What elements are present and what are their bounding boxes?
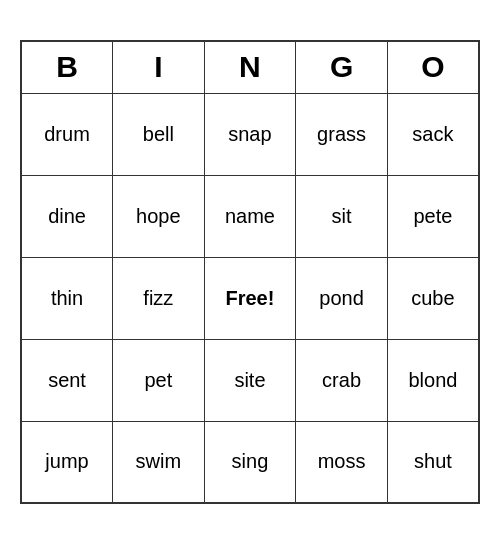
cell-0-1: bell xyxy=(113,93,205,175)
cell-3-3: crab xyxy=(296,339,388,421)
table-row: thinfizzFree!pondcube xyxy=(21,257,479,339)
cell-4-0: jump xyxy=(21,421,113,503)
cell-1-0: dine xyxy=(21,175,113,257)
cell-0-0: drum xyxy=(21,93,113,175)
header-row: BINGO xyxy=(21,41,479,93)
cell-0-2: snap xyxy=(204,93,296,175)
cell-3-2: site xyxy=(204,339,296,421)
cell-2-1: fizz xyxy=(113,257,205,339)
cell-1-2: name xyxy=(204,175,296,257)
header-col-b: B xyxy=(21,41,113,93)
cell-4-4: shut xyxy=(387,421,479,503)
header-col-g: G xyxy=(296,41,388,93)
cell-1-1: hope xyxy=(113,175,205,257)
cell-2-2: Free! xyxy=(204,257,296,339)
table-row: dinehopenamesitpete xyxy=(21,175,479,257)
cell-3-0: sent xyxy=(21,339,113,421)
header-col-n: N xyxy=(204,41,296,93)
cell-0-4: sack xyxy=(387,93,479,175)
table-row: sentpetsitecrabblond xyxy=(21,339,479,421)
cell-4-3: moss xyxy=(296,421,388,503)
cell-1-3: sit xyxy=(296,175,388,257)
cell-4-2: sing xyxy=(204,421,296,503)
cell-2-3: pond xyxy=(296,257,388,339)
cell-3-1: pet xyxy=(113,339,205,421)
bingo-card: BINGO drumbellsnapgrasssackdinehopenames… xyxy=(20,40,480,504)
cell-4-1: swim xyxy=(113,421,205,503)
table-row: drumbellsnapgrasssack xyxy=(21,93,479,175)
cell-2-4: cube xyxy=(387,257,479,339)
cell-0-3: grass xyxy=(296,93,388,175)
table-row: jumpswimsingmossshut xyxy=(21,421,479,503)
cell-1-4: pete xyxy=(387,175,479,257)
header-col-o: O xyxy=(387,41,479,93)
cell-2-0: thin xyxy=(21,257,113,339)
cell-3-4: blond xyxy=(387,339,479,421)
header-col-i: I xyxy=(113,41,205,93)
